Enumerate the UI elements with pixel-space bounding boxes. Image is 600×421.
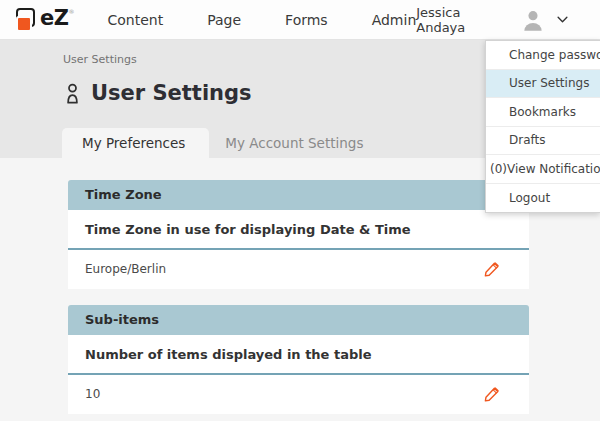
sub-items-value: 10 bbox=[85, 387, 100, 401]
time-zone-value: Europe/Berlin bbox=[85, 262, 166, 276]
pencil-icon bbox=[483, 385, 501, 403]
ez-logo[interactable]: eZ ® bbox=[14, 5, 74, 34]
logo-registered-mark: ® bbox=[68, 8, 74, 15]
menu-item-change-password[interactable]: Change password bbox=[486, 41, 600, 70]
ez-logo-icon bbox=[14, 7, 40, 34]
main-nav: Content Page Forms Admin bbox=[107, 12, 416, 28]
field-row: 10 bbox=[68, 375, 529, 414]
user-menu-trigger[interactable]: Jessica Andaya bbox=[416, 5, 570, 35]
section-body: Time Zone in use for displaying Date & T… bbox=[68, 210, 529, 289]
notification-count: (0) bbox=[490, 162, 507, 176]
menu-item-logout[interactable]: Logout bbox=[486, 184, 600, 213]
section-header: Sub-items bbox=[68, 305, 529, 335]
chevron-down-icon bbox=[555, 12, 570, 27]
logo-orange-square bbox=[18, 18, 30, 30]
section-body: Number of items displayed in the table 1… bbox=[68, 335, 529, 414]
nav-item-content[interactable]: Content bbox=[107, 12, 163, 28]
tab-my-account-settings[interactable]: My Account Settings bbox=[209, 128, 387, 158]
page-title: User Settings bbox=[91, 81, 252, 105]
logo-text: eZ bbox=[40, 5, 68, 32]
tab-my-preferences[interactable]: My Preferences bbox=[62, 128, 209, 158]
app-window: eZ ® Content Page Forms Admin Jessica An… bbox=[0, 0, 600, 421]
field-row: Europe/Berlin bbox=[68, 250, 529, 289]
field-label: Time Zone in use for displaying Date & T… bbox=[68, 210, 529, 250]
time-zone-section: Time Zone Time Zone in use for displayin… bbox=[68, 180, 529, 289]
avatar bbox=[520, 7, 546, 33]
user-icon bbox=[62, 82, 83, 105]
edit-sub-items-button[interactable] bbox=[483, 385, 501, 403]
field-label: Number of items displayed in the table bbox=[68, 335, 529, 375]
menu-item-view-notifications[interactable]: (0) View Notifications bbox=[486, 155, 600, 184]
user-dropdown-menu: Change password User Settings Bookmarks … bbox=[485, 40, 600, 213]
section-header: Time Zone bbox=[68, 180, 529, 210]
nav-item-admin[interactable]: Admin bbox=[372, 12, 417, 28]
menu-item-drafts[interactable]: Drafts bbox=[486, 127, 600, 156]
menu-item-label: View Notifications bbox=[507, 162, 600, 176]
nav-item-forms[interactable]: Forms bbox=[285, 12, 328, 28]
pencil-icon bbox=[483, 260, 501, 278]
top-navigation-bar: eZ ® Content Page Forms Admin Jessica An… bbox=[0, 0, 600, 40]
sub-items-section: Sub-items Number of items displayed in t… bbox=[68, 305, 529, 414]
tab-bar: My Preferences My Account Settings bbox=[62, 128, 387, 158]
user-name: Jessica Andaya bbox=[416, 5, 511, 35]
menu-item-user-settings[interactable]: User Settings bbox=[486, 70, 600, 99]
menu-item-bookmarks[interactable]: Bookmarks bbox=[486, 98, 600, 127]
nav-item-page[interactable]: Page bbox=[207, 12, 241, 28]
edit-time-zone-button[interactable] bbox=[483, 260, 501, 278]
